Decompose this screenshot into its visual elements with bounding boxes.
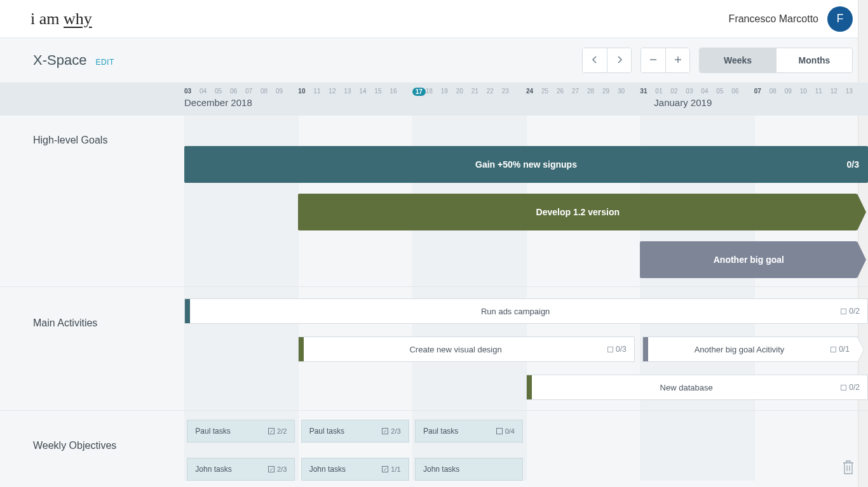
next-button[interactable] [607,48,631,72]
activity-bar-anothergoal[interactable]: Another big goal Acitivity 0/1 [642,337,858,362]
day-number: 30 [618,88,633,95]
section-label-activities: Main Activities [0,287,184,410]
activity-bar-design[interactable]: Create new visual design 0/3 [298,337,634,362]
minus-icon [649,55,658,66]
day-number: 28 [587,88,602,95]
goal-label: Develop 1.2 version [536,207,620,217]
task-label: Paul tasks [309,427,344,436]
goal-bar-develop[interactable]: Develop 1.2 version [298,194,857,230]
goal-bar-another[interactable]: Another big goal [640,241,857,278]
chevron-right-icon [616,55,623,66]
space-title: X-Space [33,52,86,69]
app-logo: i am why [31,10,92,29]
day-number: 13 [344,88,359,95]
goal-count: 0/3 [847,159,859,170]
day-number: 13 [846,88,861,95]
day-number: 10 [800,88,815,95]
logo-word: why [64,10,92,28]
task-count: 0/4 [496,427,515,435]
day-number: 27 [572,88,587,95]
week-header: 07080910111213 [754,83,868,116]
user-name: Francesco Marcotto [729,13,818,25]
day-number: 06 [230,88,245,95]
day-number: 08 [770,88,785,95]
day-number: 29 [602,88,618,95]
task-card[interactable]: John tasks [415,458,523,481]
zoom-in-button[interactable] [665,48,689,72]
task-label: John tasks [423,465,459,474]
check-icon: ✓ [382,428,388,434]
section-goals: High-level Goals Gain +50% new signups 0… [0,116,868,287]
task-card[interactable]: Paul tasks✓2/2 [187,420,295,443]
zoom-buttons [641,48,690,73]
week-header: 31010203040506January 2019 [640,83,754,116]
day-number: 17 [412,88,426,96]
task-count: ✓2/3 [268,465,287,473]
task-card[interactable]: Paul tasks0/4 [415,420,523,443]
day-number: 31 [640,88,655,95]
activity-count: 0/3 [616,345,627,354]
sub-bar: X-Space EDIT Weeks Months [0,38,868,83]
day-number: 07 [245,88,261,95]
activity-label: New database [532,383,841,392]
zoom-out-button[interactable] [641,48,665,72]
day-number: 03 [184,88,200,95]
timeline: 03040506070809December 20181011121314151… [0,83,868,481]
goal-label: Gain +50% new signups [475,159,577,170]
goal-bar-signups[interactable]: Gain +50% new signups 0/3 [184,146,868,183]
task-count: ✓2/2 [268,427,287,435]
day-number: 09 [785,88,800,95]
day-number: 16 [390,88,405,95]
view-weeks-button[interactable]: Weeks [700,48,776,72]
day-number: 07 [754,88,770,95]
day-number: 06 [731,88,747,95]
day-number: 02 [670,88,686,95]
day-number: 15 [374,88,390,95]
week-header: 24252627282930 [526,83,640,116]
edit-link[interactable]: EDIT [95,58,114,67]
day-number: 04 [701,88,716,95]
day-number: 20 [456,88,471,96]
task-card[interactable]: Paul tasks✓2/3 [301,420,409,443]
activity-bar-ads[interactable]: Run ads campaign 0/2 [184,298,868,324]
week-header: 17181920212223 [412,83,526,116]
day-number: 21 [471,88,487,96]
activity-count: 0/1 [839,345,850,354]
day-number: 04 [200,88,215,95]
month-label: January 2019 [654,97,754,108]
day-number: 09 [276,88,291,95]
day-number: 01 [655,88,670,95]
check-icon: ✓ [382,466,388,472]
day-number: 19 [441,88,456,96]
day-number: 08 [261,88,276,95]
user-area: Francesco Marcotto F [729,6,853,32]
day-number: 12 [831,88,846,95]
plus-icon [674,55,682,66]
month-label: December 2018 [184,97,298,108]
day-number: 22 [487,88,502,96]
day-number: 11 [815,88,831,95]
week-header: 10111213141516 [298,83,412,116]
activity-label: Create new visual design [304,345,607,354]
day-number: 12 [329,88,344,95]
task-card[interactable]: John tasks✓1/1 [301,458,409,481]
activity-bar-database[interactable]: New database 0/2 [526,375,868,400]
week-header: 03040506070809December 2018 [184,83,298,116]
day-number: 05 [215,88,230,95]
section-activities: Main Activities Run ads campaign 0/2 Cre… [0,287,868,411]
chevron-left-icon [592,55,598,66]
check-icon: ✓ [268,428,275,434]
goal-label: Another big goal [714,255,784,265]
prev-button[interactable] [583,48,607,72]
task-card[interactable]: John tasks✓2/3 [187,458,295,481]
activity-label: Run ads campaign [190,307,841,316]
view-months-button[interactable]: Months [776,48,852,72]
trash-icon[interactable] [841,459,855,478]
logo-prefix: i am [31,10,64,28]
task-count: ✓1/1 [382,465,400,473]
task-label: Paul tasks [195,427,230,436]
day-number: 25 [541,88,557,95]
check-icon: ✓ [268,466,275,472]
avatar[interactable]: F [827,6,853,32]
check-icon [496,428,503,434]
